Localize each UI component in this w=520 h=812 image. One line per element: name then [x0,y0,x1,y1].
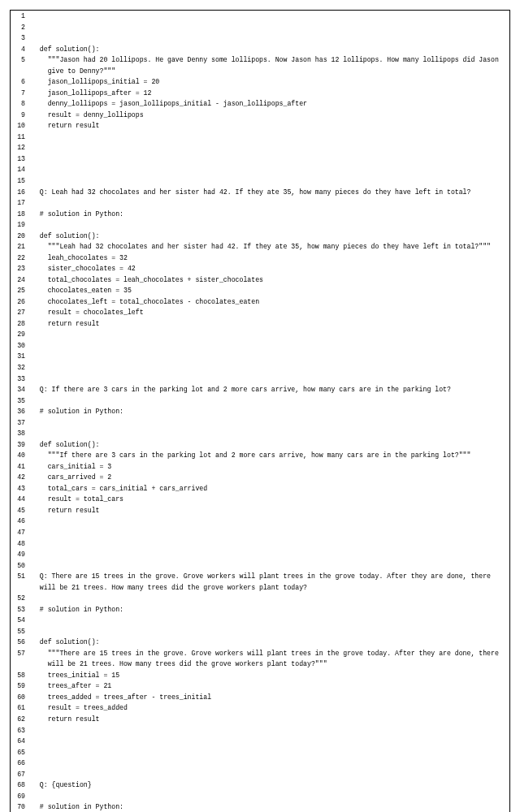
code-text [32,791,509,802]
code-line: 60trees_added = trees_after - trees_init… [11,692,509,703]
code-text [32,142,509,153]
code-line: 51Q: There are 15 trees in the grove. Gr… [11,571,509,593]
code-text: Q: If there are 3 cars in the parking lo… [32,384,509,395]
code-line: 59trees_after = 21 [11,680,509,692]
code-line: 26chocolates_left = total_chocolates - c… [11,296,509,308]
code-text: trees_added = trees_after - trees_initia… [32,692,509,703]
code-line: 5"""Jason had 20 lollipops. He gave Denn… [11,54,509,76]
code-text [32,175,509,187]
line-number: 59 [11,680,32,692]
line-number: 67 [11,769,32,780]
code-text: """If there are 3 cars in the parking lo… [32,450,509,461]
code-text [32,329,509,340]
line-number: 47 [11,527,32,538]
code-text [32,593,509,604]
line-number: 12 [11,142,32,153]
code-text: chocolates_left = total_chocolates - cho… [32,296,509,308]
code-line: 24total_chocolates = leah_chocolates + s… [11,274,509,286]
code-line: 25chocolates_eaten = 35 [11,285,509,296]
code-line: 16Q: Leah had 32 chocolates and her sist… [11,187,509,198]
code-line: 41cars_initial = 3 [11,461,509,473]
line-number: 57 [11,648,32,659]
line-number: 20 [11,231,32,242]
code-text: result = trees_added [32,702,509,714]
code-line: 22leah_chocolates = 32 [11,253,509,264]
code-text: """There are 15 trees in the grove. Grov… [32,648,509,670]
code-line: 43total_cars = cars_initial + cars_arriv… [11,483,509,495]
code-text: result = denny_lollipops [32,110,509,121]
code-text [32,132,509,143]
code-text [32,747,509,758]
line-number: 28 [11,318,32,330]
code-text [32,538,509,550]
line-number: 41 [11,461,32,473]
line-number: 33 [11,374,32,385]
code-listing-frame: 1 2 3 4def solution():5"""Jason had 20 l… [10,10,510,812]
code-text [32,527,509,538]
code-text: Q: Leah had 32 chocolates and her sister… [32,187,509,198]
code-line: 31 [11,351,509,362]
code-line: 65 [11,747,509,758]
line-number: 9 [11,110,32,121]
code-line: 34Q: If there are 3 cars in the parking … [11,384,509,395]
code-text: leah_chocolates = 32 [32,253,509,264]
code-line: 9result = denny_lollipops [11,110,509,121]
code-text: total_chocolates = leah_chocolates + sis… [32,274,509,286]
code-text [32,560,509,572]
code-line: 7jason_lollipops_after = 12 [11,88,509,99]
code-line: 12 [11,142,509,153]
code-line: 52 [11,593,509,604]
code-line: 67 [11,769,509,780]
code-text: def solution(): [32,231,509,242]
code-line: 42cars_arrived = 2 [11,472,509,483]
line-number: 26 [11,296,32,308]
line-number: 61 [11,702,32,714]
code-line: 35 [11,395,509,407]
line-number: 50 [11,560,32,572]
code-text: jason_lollipops_initial = 20 [32,76,509,88]
line-number: 43 [11,483,32,495]
code-line: 6jason_lollipops_initial = 20 [11,76,509,88]
code-line: 55 [11,626,509,637]
code-text: """Jason had 20 lollipops. He gave Denny… [32,54,509,76]
code-text [32,758,509,769]
code-text: trees_initial = 15 [32,670,509,681]
line-number: 2 [11,22,32,33]
code-text: # solution in Python: [32,406,509,417]
code-text: # solution in Python: [32,801,509,812]
line-number: 45 [11,505,32,516]
line-number: 60 [11,692,32,703]
line-number: 44 [11,494,32,505]
code-line: 48 [11,538,509,550]
code-text [32,197,509,209]
code-line: 29 [11,329,509,340]
line-number: 34 [11,384,32,395]
line-number: 52 [11,593,32,604]
code-text [32,615,509,626]
code-line: 68Q: {question} [11,780,509,791]
code-line: 63 [11,725,509,736]
code-line: 47 [11,527,509,538]
code-text [32,428,509,439]
code-line: 21"""Leah had 32 chocolates and her sist… [11,241,509,253]
code-text [32,736,509,747]
code-line: 32 [11,362,509,374]
code-text: cars_initial = 3 [32,461,509,473]
code-text: sister_chocolates = 42 [32,263,509,274]
code-line: 33 [11,374,509,385]
code-line: 13 [11,153,509,165]
code-line: 30 [11,340,509,352]
code-text [32,362,509,374]
code-line: 69 [11,791,509,802]
code-line: 20def solution(): [11,231,509,242]
code-line: 17 [11,197,509,209]
line-number: 27 [11,307,32,318]
code-text [32,549,509,560]
code-line: 10return result [11,120,509,132]
line-number: 46 [11,516,32,527]
code-line: 44result = total_cars [11,494,509,505]
code-text: return result [32,505,509,516]
code-line: 40"""If there are 3 cars in the parking … [11,450,509,461]
code-text: # solution in Python: [32,209,509,220]
line-number: 64 [11,736,32,747]
